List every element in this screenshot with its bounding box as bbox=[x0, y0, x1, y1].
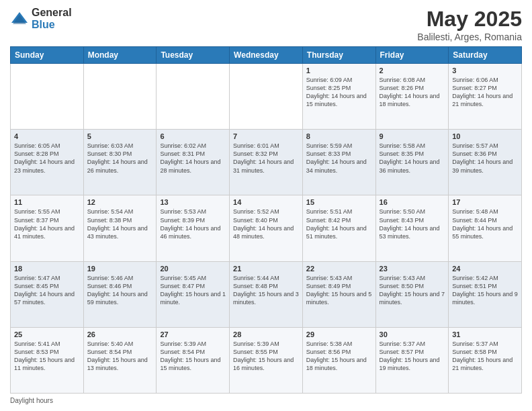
title-section: May 2025 Balilesti, Arges, Romania bbox=[417, 7, 522, 42]
day-info: Sunrise: 5:39 AM Sunset: 8:55 PM Dayligh… bbox=[233, 340, 299, 373]
day-info: Sunrise: 5:44 AM Sunset: 8:48 PM Dayligh… bbox=[233, 274, 299, 307]
day-info: Sunrise: 5:37 AM Sunset: 8:57 PM Dayligh… bbox=[380, 340, 445, 373]
day-number: 3 bbox=[452, 66, 518, 75]
day-info: Sunrise: 5:37 AM Sunset: 8:58 PM Dayligh… bbox=[452, 340, 518, 373]
day-info: Sunrise: 5:48 AM Sunset: 8:44 PM Dayligh… bbox=[452, 208, 518, 240]
col-header-sunday: Sunday bbox=[11, 47, 84, 64]
month-title: May 2025 bbox=[417, 7, 522, 32]
day-cell-22: 22Sunrise: 5:43 AM Sunset: 8:49 PM Dayli… bbox=[302, 261, 375, 327]
empty-cell bbox=[11, 64, 84, 130]
logo: General Blue bbox=[10, 7, 72, 30]
footer-note: Daylight hours bbox=[10, 397, 522, 404]
day-info: Sunrise: 5:45 AM Sunset: 8:47 PM Dayligh… bbox=[160, 274, 226, 307]
header: General Blue May 2025 Balilesti, Arges, … bbox=[10, 7, 522, 42]
footer-text: Daylight hours bbox=[10, 397, 53, 404]
week-row-4: 18Sunrise: 5:47 AM Sunset: 8:45 PM Dayli… bbox=[11, 261, 522, 327]
day-number: 1 bbox=[306, 66, 372, 75]
day-number: 28 bbox=[233, 330, 299, 338]
day-cell-30: 30Sunrise: 5:37 AM Sunset: 8:57 PM Dayli… bbox=[375, 327, 449, 393]
day-number: 6 bbox=[160, 132, 226, 140]
day-info: Sunrise: 5:55 AM Sunset: 8:37 PM Dayligh… bbox=[14, 208, 80, 240]
subtitle: Balilesti, Arges, Romania bbox=[417, 32, 522, 42]
day-info: Sunrise: 5:41 AM Sunset: 8:53 PM Dayligh… bbox=[14, 340, 80, 373]
day-number: 25 bbox=[14, 330, 80, 338]
day-cell-15: 15Sunrise: 5:51 AM Sunset: 8:42 PM Dayli… bbox=[302, 195, 375, 261]
day-info: Sunrise: 5:47 AM Sunset: 8:45 PM Dayligh… bbox=[14, 274, 80, 307]
day-info: Sunrise: 6:05 AM Sunset: 8:28 PM Dayligh… bbox=[14, 142, 80, 175]
day-cell-24: 24Sunrise: 5:42 AM Sunset: 8:51 PM Dayli… bbox=[449, 261, 522, 327]
col-header-monday: Monday bbox=[83, 47, 157, 64]
week-row-1: 1Sunrise: 6:09 AM Sunset: 8:25 PM Daylig… bbox=[11, 64, 522, 130]
logo-icon bbox=[10, 9, 29, 28]
day-cell-6: 6Sunrise: 6:02 AM Sunset: 8:31 PM Daylig… bbox=[157, 130, 230, 195]
day-info: Sunrise: 5:57 AM Sunset: 8:36 PM Dayligh… bbox=[452, 142, 518, 175]
empty-cell bbox=[157, 64, 230, 130]
day-info: Sunrise: 5:52 AM Sunset: 8:40 PM Dayligh… bbox=[233, 208, 299, 240]
day-cell-20: 20Sunrise: 5:45 AM Sunset: 8:47 PM Dayli… bbox=[157, 261, 230, 327]
day-number: 17 bbox=[452, 198, 518, 206]
day-number: 26 bbox=[87, 330, 153, 338]
col-header-friday: Friday bbox=[375, 47, 449, 64]
day-info: Sunrise: 6:06 AM Sunset: 8:27 PM Dayligh… bbox=[452, 76, 518, 109]
day-info: Sunrise: 6:01 AM Sunset: 8:32 PM Dayligh… bbox=[233, 142, 299, 175]
day-cell-18: 18Sunrise: 5:47 AM Sunset: 8:45 PM Dayli… bbox=[11, 261, 84, 327]
day-number: 27 bbox=[160, 330, 226, 338]
day-cell-8: 8Sunrise: 5:59 AM Sunset: 8:33 PM Daylig… bbox=[302, 130, 375, 195]
day-number: 5 bbox=[87, 132, 153, 140]
day-number: 31 bbox=[452, 330, 518, 338]
day-info: Sunrise: 5:58 AM Sunset: 8:35 PM Dayligh… bbox=[380, 142, 445, 175]
col-header-wednesday: Wednesday bbox=[230, 47, 303, 64]
day-cell-16: 16Sunrise: 5:50 AM Sunset: 8:43 PM Dayli… bbox=[375, 195, 449, 261]
day-number: 8 bbox=[306, 132, 372, 140]
logo-text: General Blue bbox=[32, 7, 72, 30]
day-number: 30 bbox=[380, 330, 445, 338]
day-number: 23 bbox=[380, 265, 445, 273]
day-number: 21 bbox=[233, 265, 299, 273]
day-cell-14: 14Sunrise: 5:52 AM Sunset: 8:40 PM Dayli… bbox=[230, 195, 303, 261]
day-info: Sunrise: 5:43 AM Sunset: 8:49 PM Dayligh… bbox=[306, 274, 372, 307]
day-info: Sunrise: 5:54 AM Sunset: 8:38 PM Dayligh… bbox=[87, 208, 153, 240]
day-cell-2: 2Sunrise: 6:08 AM Sunset: 8:26 PM Daylig… bbox=[375, 64, 449, 130]
week-row-3: 11Sunrise: 5:55 AM Sunset: 8:37 PM Dayli… bbox=[11, 195, 522, 261]
day-cell-25: 25Sunrise: 5:41 AM Sunset: 8:53 PM Dayli… bbox=[11, 327, 84, 393]
day-info: Sunrise: 5:59 AM Sunset: 8:33 PM Dayligh… bbox=[306, 142, 372, 175]
day-number: 16 bbox=[380, 198, 445, 206]
day-cell-29: 29Sunrise: 5:38 AM Sunset: 8:56 PM Dayli… bbox=[302, 327, 375, 393]
logo-blue: Blue bbox=[32, 19, 72, 31]
empty-cell bbox=[230, 64, 303, 130]
day-cell-12: 12Sunrise: 5:54 AM Sunset: 8:38 PM Dayli… bbox=[83, 195, 157, 261]
day-cell-1: 1Sunrise: 6:09 AM Sunset: 8:25 PM Daylig… bbox=[302, 64, 375, 130]
day-info: Sunrise: 5:42 AM Sunset: 8:51 PM Dayligh… bbox=[452, 274, 518, 307]
day-info: Sunrise: 5:40 AM Sunset: 8:54 PM Dayligh… bbox=[87, 340, 153, 373]
col-header-saturday: Saturday bbox=[449, 47, 522, 64]
day-number: 14 bbox=[233, 198, 299, 206]
day-cell-21: 21Sunrise: 5:44 AM Sunset: 8:48 PM Dayli… bbox=[230, 261, 303, 327]
day-cell-10: 10Sunrise: 5:57 AM Sunset: 8:36 PM Dayli… bbox=[449, 130, 522, 195]
day-number: 13 bbox=[160, 198, 226, 206]
day-info: Sunrise: 6:03 AM Sunset: 8:30 PM Dayligh… bbox=[87, 142, 153, 175]
day-info: Sunrise: 6:09 AM Sunset: 8:25 PM Dayligh… bbox=[306, 76, 372, 109]
day-cell-13: 13Sunrise: 5:53 AM Sunset: 8:39 PM Dayli… bbox=[157, 195, 230, 261]
day-info: Sunrise: 5:39 AM Sunset: 8:54 PM Dayligh… bbox=[160, 340, 226, 373]
day-info: Sunrise: 5:50 AM Sunset: 8:43 PM Dayligh… bbox=[380, 208, 445, 240]
week-row-2: 4Sunrise: 6:05 AM Sunset: 8:28 PM Daylig… bbox=[11, 130, 522, 195]
day-info: Sunrise: 6:02 AM Sunset: 8:31 PM Dayligh… bbox=[160, 142, 226, 175]
day-info: Sunrise: 6:08 AM Sunset: 8:26 PM Dayligh… bbox=[380, 76, 445, 109]
day-info: Sunrise: 5:53 AM Sunset: 8:39 PM Dayligh… bbox=[160, 208, 226, 240]
day-info: Sunrise: 5:38 AM Sunset: 8:56 PM Dayligh… bbox=[306, 340, 372, 373]
day-number: 15 bbox=[306, 198, 372, 206]
page: General Blue May 2025 Balilesti, Arges, … bbox=[0, 0, 532, 411]
day-cell-17: 17Sunrise: 5:48 AM Sunset: 8:44 PM Dayli… bbox=[449, 195, 522, 261]
day-cell-23: 23Sunrise: 5:43 AM Sunset: 8:50 PM Dayli… bbox=[375, 261, 449, 327]
calendar-table: SundayMondayTuesdayWednesdayThursdayFrid… bbox=[10, 46, 522, 394]
day-cell-9: 9Sunrise: 5:58 AM Sunset: 8:35 PM Daylig… bbox=[375, 130, 449, 195]
day-number: 7 bbox=[233, 132, 299, 140]
day-cell-4: 4Sunrise: 6:05 AM Sunset: 8:28 PM Daylig… bbox=[11, 130, 84, 195]
day-number: 9 bbox=[380, 132, 445, 140]
logo-general: General bbox=[32, 7, 72, 19]
day-number: 4 bbox=[14, 132, 80, 140]
day-info: Sunrise: 5:43 AM Sunset: 8:50 PM Dayligh… bbox=[380, 274, 445, 307]
day-cell-7: 7Sunrise: 6:01 AM Sunset: 8:32 PM Daylig… bbox=[230, 130, 303, 195]
day-info: Sunrise: 5:51 AM Sunset: 8:42 PM Dayligh… bbox=[306, 208, 372, 240]
day-number: 18 bbox=[14, 265, 80, 273]
